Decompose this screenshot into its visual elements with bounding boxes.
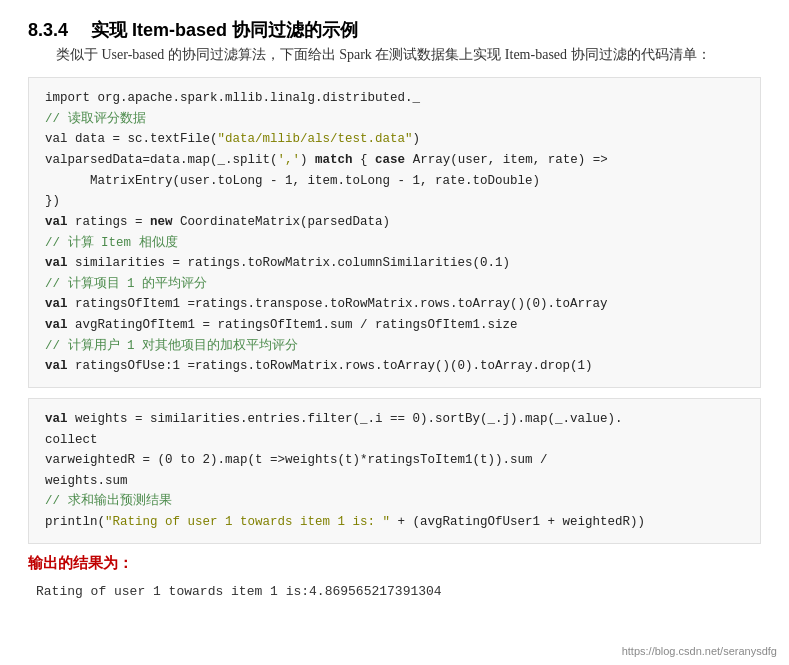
section-number: 8.3.4	[28, 20, 68, 40]
code-block-1: import org.apache.spark.mllib.linalg.dis…	[28, 77, 761, 388]
code-line-collect: collect	[45, 433, 98, 447]
code-line-parsed: valparsedData=data.map(_.split(',') matc…	[45, 153, 608, 167]
comment-3: // 计算项目 1 的平均评分	[45, 277, 207, 291]
section-title-text: 实现 Item-based 协同过滤的示例	[91, 20, 358, 40]
code-line-ratings: val ratings = new CoordinateMatrix(parse…	[45, 215, 390, 229]
code-line-println: println("Rating of user 1 towards item 1…	[45, 515, 645, 529]
output-label: 输出的结果为：	[28, 554, 761, 573]
intro-paragraph: 类似于 User-based 的协同过滤算法，下面给出 Spark 在测试数据集…	[28, 42, 761, 67]
code-block-2: val weights = similarities.entries.filte…	[28, 398, 761, 544]
code-line-similarities: val similarities = ratings.toRowMatrix.c…	[45, 256, 510, 270]
comment-1: // 读取评分数据	[45, 112, 146, 126]
comment-2: // 计算 Item 相似度	[45, 236, 178, 250]
code-line-ratingsofitem1: val ratingsOfItem1 =ratings.transpose.to…	[45, 297, 608, 311]
section-header: 8.3.4 实现 Item-based 协同过滤的示例	[28, 18, 761, 42]
code-line-ratingsofuse: val ratingsOfUse:1 =ratings.toRowMatrix.…	[45, 359, 593, 373]
code-line-close: })	[45, 194, 60, 208]
code-line-avgratingofitem1: val avgRatingOfItem1 = ratingsOfItem1.su…	[45, 318, 518, 332]
output-text: Rating of user 1 towards item 1 is:4.869…	[28, 579, 761, 605]
comment-5: // 求和输出预测结果	[45, 494, 172, 508]
comment-4: // 计算用户 1 对其他项目的加权平均评分	[45, 339, 298, 353]
code-line-varweighted: varweightedR = (0 to 2).map(t =>weights(…	[45, 453, 548, 467]
code-line-weights: val weights = similarities.entries.filte…	[45, 412, 623, 426]
code-line-data: val data = sc.textFile("data/mllib/als/t…	[45, 132, 420, 146]
code-line-weightssum: weights.sum	[45, 474, 128, 488]
code-line-import: import org.apache.spark.mllib.linalg.dis…	[45, 91, 420, 105]
watermark: https://blog.csdn.net/seranysdfg	[622, 645, 777, 657]
code-line-matrix-entry: MatrixEntry(user.toLong - 1, item.toLong…	[45, 174, 540, 188]
